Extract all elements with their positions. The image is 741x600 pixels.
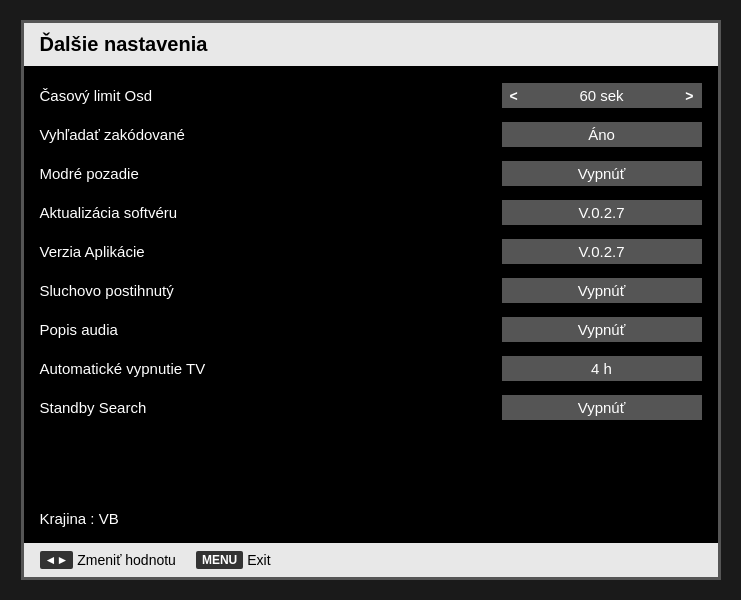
title-bar: Ďalšie nastavenia bbox=[24, 23, 718, 66]
setting-value[interactable]: Vypnúť bbox=[502, 278, 702, 303]
right-arrow-icon[interactable]: > bbox=[685, 88, 693, 104]
table-row[interactable]: Aktualizácia softvéruV.0.2.7 bbox=[40, 193, 702, 232]
setting-value[interactable]: Áno bbox=[502, 122, 702, 147]
menu-icon: MENU bbox=[196, 551, 243, 569]
table-row[interactable]: Automatické vypnutie TV4 h bbox=[40, 349, 702, 388]
settings-list: Časový limit Osd < 60 sek > Vyhľadať zak… bbox=[24, 76, 718, 500]
setting-label: Modré pozadie bbox=[40, 165, 139, 182]
setting-label: Standby Search bbox=[40, 399, 147, 416]
footer-change: ◄► Zmeniť hodnotu bbox=[40, 551, 176, 569]
country-label: Krajina : VB bbox=[40, 510, 119, 527]
setting-value[interactable]: < 60 sek > bbox=[502, 83, 702, 108]
setting-label: Aktualizácia softvéru bbox=[40, 204, 178, 221]
arrow-icon: ◄► bbox=[40, 551, 74, 569]
setting-value[interactable]: Vypnúť bbox=[502, 317, 702, 342]
country-section: Krajina : VB bbox=[24, 500, 718, 533]
page-title: Ďalšie nastavenia bbox=[40, 33, 208, 55]
setting-value[interactable]: Vypnúť bbox=[502, 395, 702, 420]
table-row[interactable]: Popis audiaVypnúť bbox=[40, 310, 702, 349]
setting-label: Automatické vypnutie TV bbox=[40, 360, 206, 377]
setting-value[interactable]: Vypnúť bbox=[502, 161, 702, 186]
setting-label: Časový limit Osd bbox=[40, 87, 153, 104]
table-row[interactable]: Vyhľadať zakódovanéÁno bbox=[40, 115, 702, 154]
left-arrow-icon[interactable]: < bbox=[510, 88, 518, 104]
table-row[interactable]: Modré pozadieVypnúť bbox=[40, 154, 702, 193]
value-text: 60 sek bbox=[518, 87, 686, 104]
setting-label: Verzia Aplikácie bbox=[40, 243, 145, 260]
setting-label: Sluchovo postihnutý bbox=[40, 282, 174, 299]
table-row[interactable]: Sluchovo postihnutýVypnúť bbox=[40, 271, 702, 310]
setting-label: Vyhľadať zakódované bbox=[40, 126, 185, 143]
setting-value[interactable]: V.0.2.7 bbox=[502, 200, 702, 225]
footer-bar: ◄► Zmeniť hodnotu MENU Exit bbox=[24, 543, 718, 577]
setting-value[interactable]: 4 h bbox=[502, 356, 702, 381]
content: Časový limit Osd < 60 sek > Vyhľadať zak… bbox=[24, 66, 718, 543]
table-row[interactable]: Standby SearchVypnúť bbox=[40, 388, 702, 427]
screen: Ďalšie nastavenia Časový limit Osd < 60 … bbox=[21, 20, 721, 580]
setting-label: Popis audia bbox=[40, 321, 118, 338]
exit-label: Exit bbox=[247, 552, 270, 568]
change-label: Zmeniť hodnotu bbox=[77, 552, 176, 568]
table-row[interactable]: Verzia AplikácieV.0.2.7 bbox=[40, 232, 702, 271]
footer-exit: MENU Exit bbox=[196, 551, 271, 569]
setting-value[interactable]: V.0.2.7 bbox=[502, 239, 702, 264]
table-row[interactable]: Časový limit Osd < 60 sek > bbox=[40, 76, 702, 115]
